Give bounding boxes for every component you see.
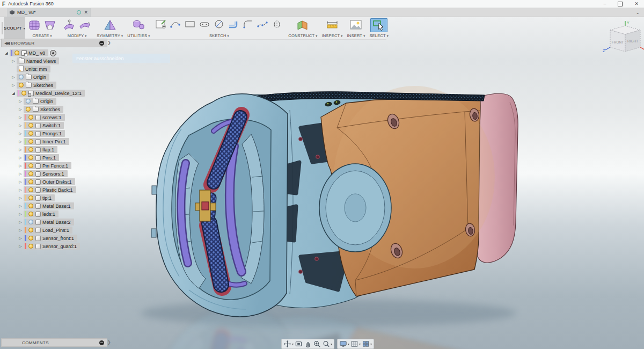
construct-plane-button[interactable] xyxy=(295,18,311,32)
visibility-bulb-icon[interactable] xyxy=(28,244,33,249)
tree-row[interactable]: ▷Outer Disks:1 xyxy=(1,178,114,186)
tree-item[interactable]: MD_ v8 xyxy=(10,49,48,56)
tree-row[interactable]: ▷Named Views xyxy=(1,57,114,65)
expand-arrow-icon[interactable]: ▷ xyxy=(17,123,24,128)
mirror-sketch-button[interactable] xyxy=(270,18,284,30)
visibility-bulb-icon[interactable] xyxy=(28,203,33,208)
visibility-bulb-icon[interactable] xyxy=(19,75,24,79)
tree-item[interactable]: Inner Pin:1 xyxy=(24,138,69,145)
tree-row[interactable]: ▷Origin xyxy=(1,97,114,105)
modify-dropdown[interactable]: MODIFY▾ xyxy=(62,33,92,38)
visibility-bulb-icon[interactable] xyxy=(28,147,33,152)
create-dropdown[interactable]: CREATE▾ xyxy=(27,33,57,38)
visibility-bulb-icon[interactable] xyxy=(28,212,33,216)
create-form-button[interactable] xyxy=(42,18,57,32)
visibility-bulb-icon[interactable] xyxy=(26,107,31,112)
insert-dropdown[interactable]: INSERT▾ xyxy=(347,33,365,38)
grid-settings-icon[interactable]: ▾ xyxy=(350,340,361,348)
spline-points-button[interactable] xyxy=(255,18,269,30)
visibility-bulb-icon[interactable] xyxy=(28,163,33,168)
tree-row[interactable]: ▷screws:1 xyxy=(1,113,114,121)
workspace-selector[interactable]: SCULPT ▾ xyxy=(4,17,25,39)
expand-arrow-icon[interactable]: ▷ xyxy=(17,244,24,249)
visibility-bulb-icon[interactable] xyxy=(26,99,31,104)
view-cube[interactable]: Y FRONT RIGHT Z X xyxy=(602,19,644,57)
toolbar-grip-icon[interactable] xyxy=(2,22,3,34)
expand-arrow-icon[interactable]: ▷ xyxy=(17,203,24,209)
tree-row[interactable]: ▷Metal Base:1 xyxy=(1,202,114,210)
edit-form-button[interactable] xyxy=(62,18,77,32)
panel-options-icon[interactable] xyxy=(99,340,104,345)
comments-header[interactable]: COMMENTS ❯ xyxy=(1,338,107,347)
visibility-bulb-icon[interactable] xyxy=(28,220,33,224)
circle-button[interactable] xyxy=(212,18,226,30)
expand-arrow-icon[interactable]: ▷ xyxy=(17,171,24,177)
line-spline-button[interactable] xyxy=(169,18,182,30)
utilities-button[interactable] xyxy=(131,18,146,32)
tree-item[interactable]: flap:1 xyxy=(24,146,57,153)
tree-row[interactable]: ▷Prongs:1 xyxy=(1,129,114,137)
visibility-bulb-icon[interactable] xyxy=(28,131,33,136)
minimize-button[interactable]: – xyxy=(603,2,606,6)
expand-arrow-icon[interactable]: ▷ xyxy=(17,236,24,241)
tree-row[interactable]: ◢MD_ v8 xyxy=(1,49,114,57)
activate-radio[interactable] xyxy=(50,50,56,56)
visibility-bulb-icon[interactable] xyxy=(28,155,33,160)
visibility-bulb-icon[interactable] xyxy=(28,187,33,192)
utilities-dropdown[interactable]: UTILITIES▾ xyxy=(127,33,150,38)
tree-item[interactable]: Medical_Device_12:1 xyxy=(17,90,85,97)
tree-item[interactable]: Units: mm xyxy=(17,66,50,72)
tree-item[interactable]: screws:1 xyxy=(24,114,65,121)
tree-row[interactable]: ▷Pins:1 xyxy=(1,154,114,162)
select-dropdown[interactable]: SELECT▾ xyxy=(369,33,389,38)
visibility-bulb-icon[interactable] xyxy=(14,50,19,55)
select-button[interactable] xyxy=(370,18,387,32)
medical-device-model[interactable] xyxy=(151,86,518,317)
visibility-bulb-icon[interactable] xyxy=(28,228,33,232)
tree-item[interactable]: Named Views xyxy=(17,57,59,64)
expand-arrow-icon[interactable]: ▷ xyxy=(17,212,24,217)
display-settings-icon[interactable]: ▾ xyxy=(339,340,350,348)
expand-arrow-icon[interactable]: ▷ xyxy=(17,155,24,161)
tree-item[interactable]: Pin Fence:1 xyxy=(24,162,71,169)
create-sketch-button[interactable] xyxy=(154,18,168,30)
tree-item[interactable]: Load_Pins:1 xyxy=(24,227,72,234)
tree-item[interactable]: Plastic Back:1 xyxy=(24,186,76,193)
tree-item[interactable]: Outer Disks:1 xyxy=(24,178,75,185)
close-button[interactable]: ✕ xyxy=(634,2,639,6)
tree-item[interactable]: Origin xyxy=(24,98,56,105)
tree-row[interactable]: ▷Sketches xyxy=(1,81,114,89)
profile-button[interactable] xyxy=(226,18,240,30)
tree-row[interactable]: ▷Plastic Back:1 xyxy=(1,186,114,194)
tree-item[interactable]: leds:1 xyxy=(24,210,58,217)
mirror-symmetry-button[interactable] xyxy=(102,18,118,32)
visibility-bulb-icon[interactable] xyxy=(28,171,33,176)
fillet-button[interactable] xyxy=(241,18,255,30)
expand-arrow-icon[interactable]: ▷ xyxy=(17,115,24,120)
tree-item[interactable]: Metal Base:1 xyxy=(24,202,74,209)
tree-item[interactable]: Sketches xyxy=(24,106,63,113)
visibility-bulb-icon[interactable] xyxy=(19,83,24,88)
tree-item[interactable]: Switch:1 xyxy=(24,122,64,129)
expand-arrow-icon[interactable]: ▷ xyxy=(17,228,24,233)
look-at-icon[interactable] xyxy=(294,340,303,348)
expand-arrow-icon[interactable]: ▷ xyxy=(17,220,24,225)
expand-arrow-icon[interactable]: ▷ xyxy=(10,83,17,88)
tree-row[interactable]: ▷Load_Pins:1 xyxy=(1,226,114,234)
tab-close-icon[interactable]: ✕ xyxy=(84,10,88,15)
tree-row[interactable]: ▷Pin Fence:1 xyxy=(1,162,114,170)
panel-chevron-icon[interactable]: ❯ xyxy=(107,40,111,45)
slot-button[interactable] xyxy=(197,18,211,30)
visibility-bulb-icon[interactable] xyxy=(28,123,33,128)
zoom-icon[interactable] xyxy=(312,340,321,348)
expand-arrow-icon[interactable]: ▷ xyxy=(17,99,24,104)
panel-chevron-icon[interactable]: ❯ xyxy=(107,340,111,345)
expand-arrow-icon[interactable]: ▷ xyxy=(17,187,24,193)
tree-row[interactable]: Units: mm xyxy=(1,65,114,73)
visibility-bulb-icon[interactable] xyxy=(28,139,33,144)
crease-button[interactable] xyxy=(77,18,92,32)
construct-dropdown[interactable]: CONSTRUCT▾ xyxy=(288,33,317,38)
tree-row[interactable]: ▷Origin xyxy=(1,73,114,81)
pan-icon[interactable] xyxy=(303,340,312,348)
visibility-bulb-icon[interactable] xyxy=(28,195,33,200)
